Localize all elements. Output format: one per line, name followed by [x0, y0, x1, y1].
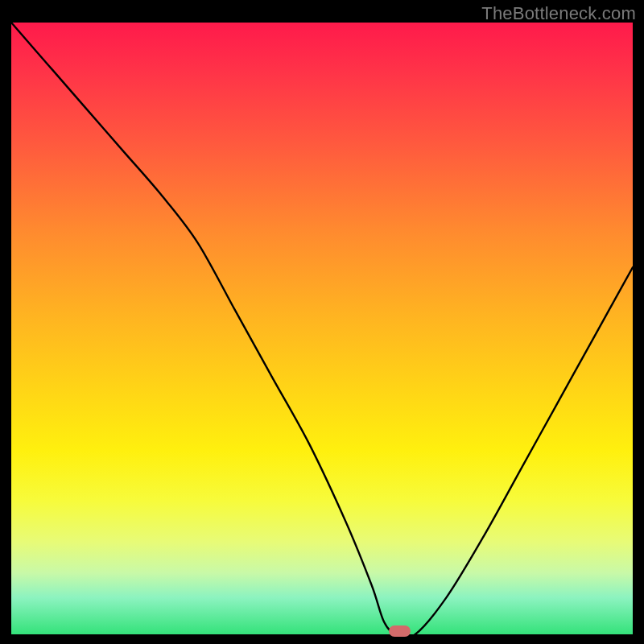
watermark-text: TheBottleneck.com [481, 3, 636, 24]
curve-path [11, 23, 633, 634]
plot-area [11, 23, 633, 634]
bottleneck-curve [11, 23, 633, 634]
optimal-marker [389, 625, 411, 637]
chart-frame: TheBottleneck.com [0, 0, 644, 644]
